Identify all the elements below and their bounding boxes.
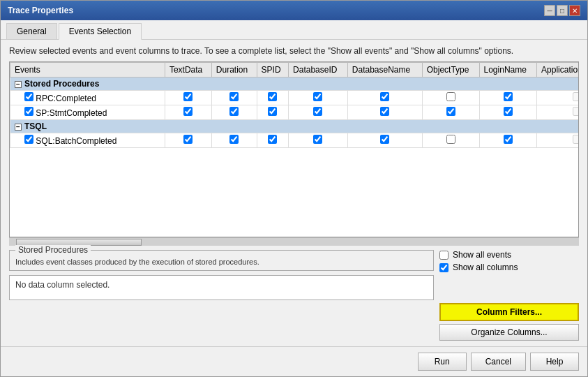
col-databasename-checkbox[interactable] <box>380 135 389 144</box>
group-header-cell: −TSQL <box>10 119 580 133</box>
col-duration-checkbox[interactable] <box>229 107 239 116</box>
col-duration-checkbox[interactable] <box>229 92 239 101</box>
main-window: Trace Properties ─ □ ✕ General Events Se… <box>0 0 588 377</box>
events-table: Events TextData Duration SPID DatabaseID… <box>10 62 579 148</box>
col-databaseid-checkbox[interactable] <box>313 107 322 116</box>
group-box-title: Stored Procedures <box>15 245 91 255</box>
show-all-columns-checkbox[interactable] <box>439 263 448 272</box>
checkboxes-panel: Show all events Show all columns <box>439 250 579 272</box>
col-loginname-cell <box>479 105 537 119</box>
col-spid-cell <box>257 133 289 147</box>
col-databaseid: DatabaseID <box>289 62 348 77</box>
col-textdata: TextData <box>165 62 211 77</box>
col-loginname-checkbox[interactable] <box>504 92 513 101</box>
cancel-button[interactable]: Cancel <box>471 353 526 371</box>
main-content: Review selected events and event columns… <box>1 40 587 346</box>
description-text: Review selected events and event columns… <box>9 45 579 57</box>
col-databasename: DatabaseName <box>347 62 422 77</box>
col-databaseid-cell <box>289 90 348 105</box>
col-textdata-cell <box>165 133 211 147</box>
window-title: Trace Properties <box>8 6 73 15</box>
col-loginname-checkbox[interactable] <box>504 135 513 144</box>
action-buttons-panel: Column Filters... Organize Columns... <box>439 303 579 341</box>
show-all-events-row: Show all events <box>439 250 579 260</box>
maximize-button[interactable]: □ <box>557 5 568 16</box>
table-group-header: −Stored Procedures <box>10 77 580 90</box>
col-objecttype-checkbox[interactable] <box>446 135 455 144</box>
table-row: SP:StmtCompleted <box>10 105 580 119</box>
event-checkbox[interactable] <box>24 135 33 144</box>
col-databasename-cell <box>347 90 422 105</box>
col-objecttype-cell <box>422 133 479 147</box>
group-description-box: Stored Procedures Includes event classes… <box>9 250 434 271</box>
col-databaseid-checkbox[interactable] <box>313 135 322 144</box>
minimize-button[interactable]: ─ <box>544 5 555 16</box>
close-button[interactable]: ✕ <box>569 5 580 16</box>
col-spid-checkbox[interactable] <box>268 92 277 101</box>
col-duration-cell <box>211 90 257 105</box>
scrollbar-thumb[interactable] <box>16 239 142 246</box>
col-applicationname-checkbox[interactable] <box>573 92 579 101</box>
col-applicationname-cell <box>537 133 579 147</box>
col-applicationname-cell <box>537 90 579 105</box>
event-name-cell: SP:StmtCompleted <box>10 105 165 119</box>
table-row: RPC:Completed <box>10 90 580 105</box>
show-all-events-checkbox[interactable] <box>439 251 448 260</box>
col-loginname-checkbox[interactable] <box>504 107 513 116</box>
col-objecttype-cell <box>422 105 479 119</box>
col-applicationname-checkbox[interactable] <box>573 107 579 116</box>
horizontal-scrollbar[interactable] <box>9 237 579 246</box>
col-events: Events <box>10 62 165 77</box>
show-all-events-label[interactable]: Show all events <box>453 250 511 260</box>
table-group-header: −TSQL <box>10 119 580 133</box>
col-databaseid-checkbox[interactable] <box>313 92 322 101</box>
col-spid: SPID <box>257 62 289 77</box>
col-objecttype-checkbox[interactable] <box>446 92 455 101</box>
col-duration-cell <box>211 133 257 147</box>
run-button[interactable]: Run <box>418 353 467 371</box>
event-checkbox[interactable] <box>24 107 33 116</box>
event-checkbox[interactable] <box>24 92 33 101</box>
col-spid-checkbox[interactable] <box>268 107 277 116</box>
right-panel: Show all events Show all columns Column … <box>439 250 579 341</box>
tab-general[interactable]: General <box>6 23 57 39</box>
col-objecttype-checkbox[interactable] <box>446 107 455 116</box>
show-all-columns-label[interactable]: Show all columns <box>453 263 518 272</box>
col-databasename-checkbox[interactable] <box>380 107 389 116</box>
collapse-button[interactable]: − <box>15 124 22 131</box>
col-duration: Duration <box>211 62 257 77</box>
no-data-label: No data column selected. <box>9 275 434 300</box>
col-spid-checkbox[interactable] <box>268 135 277 144</box>
col-applicationname: ApplicationName <box>537 62 579 77</box>
collapse-button[interactable]: − <box>15 81 22 88</box>
help-button[interactable]: Help <box>530 353 579 371</box>
info-panel: Stored Procedures Includes event classes… <box>9 250 434 341</box>
col-textdata-cell <box>165 90 211 105</box>
event-name-cell: SQL:BatchCompleted <box>10 133 165 147</box>
col-loginname-cell <box>479 90 537 105</box>
col-duration-cell <box>211 105 257 119</box>
title-controls: ─ □ ✕ <box>544 5 580 16</box>
col-applicationname-cell <box>537 105 579 119</box>
col-databaseid-cell <box>289 105 348 119</box>
col-databasename-cell <box>347 105 422 119</box>
events-table-container[interactable]: Events TextData Duration SPID DatabaseID… <box>9 61 579 237</box>
col-databasename-checkbox[interactable] <box>380 92 389 101</box>
col-databaseid-cell <box>289 133 348 147</box>
col-textdata-checkbox[interactable] <box>183 92 193 101</box>
col-spid-cell <box>257 105 289 119</box>
event-name-cell: RPC:Completed <box>10 90 165 105</box>
col-textdata-checkbox[interactable] <box>183 135 193 144</box>
group-header-cell: −Stored Procedures <box>10 77 580 90</box>
col-applicationname-checkbox[interactable] <box>573 135 579 144</box>
tab-events-selection[interactable]: Events Selection <box>59 23 142 40</box>
tabs-bar: General Events Selection <box>1 20 587 40</box>
organize-columns-button[interactable]: Organize Columns... <box>439 324 579 341</box>
bottom-section: Stored Procedures Includes event classes… <box>9 250 579 341</box>
col-textdata-cell <box>165 105 211 119</box>
col-duration-checkbox[interactable] <box>229 135 239 144</box>
column-filters-button[interactable]: Column Filters... <box>439 303 579 321</box>
col-objecttype: ObjectType <box>422 62 479 77</box>
col-loginname: LoginName <box>479 62 537 77</box>
col-textdata-checkbox[interactable] <box>183 107 193 116</box>
